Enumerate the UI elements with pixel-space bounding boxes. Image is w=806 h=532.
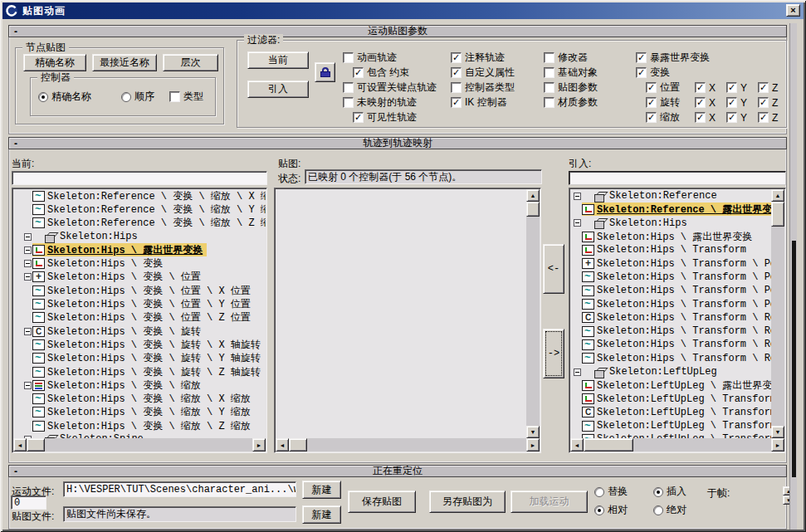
hierarchy-button[interactable]: 层次	[163, 54, 218, 71]
rollout-motion-map-params-header[interactable]: - 运动贴图参数	[8, 25, 787, 37]
radio-absolute[interactable]: 绝对	[653, 505, 686, 515]
filter-checkbox[interactable]: 动画轨迹	[343, 52, 437, 63]
track-row[interactable]: Skeleton:Reference \ 变换 \ 缩放 \ Z 缩放	[13, 217, 266, 230]
checkbox-icon[interactable]	[544, 97, 554, 108]
filter-checkbox[interactable]: ✓旋转	[646, 97, 695, 108]
filter-checkbox[interactable]: 贴图参数	[544, 82, 598, 93]
filter-checkbox[interactable]: 材质参数	[544, 97, 598, 108]
checkbox-icon[interactable]: ✓	[726, 82, 737, 93]
scroll-right-button[interactable]: ►	[526, 438, 540, 451]
track-row[interactable]: Skeleton:Hips \ Transform \ Rotation	[570, 352, 771, 365]
filter-checkbox[interactable]: ✓自定义属性	[451, 67, 515, 78]
rollout-retargeting-header[interactable]: - 正在重定位	[8, 465, 787, 477]
checkbox-icon[interactable]: ✓	[451, 67, 462, 78]
scroll-right-button[interactable]: ►	[771, 438, 784, 451]
collapse-minus-icon[interactable]	[24, 328, 32, 335]
frame-field[interactable]: 0	[11, 495, 46, 510]
h-scrollbar[interactable]: ◄ ►	[13, 438, 266, 451]
filter-checkbox[interactable]: ✓包含 约束	[353, 67, 437, 78]
filter-checkbox[interactable]: ✓IK 控制器	[451, 97, 515, 108]
track-row[interactable]: Skeleton:Hips \ 变换 \ 缩放 \ X 缩放	[13, 392, 266, 405]
save-map-as-button[interactable]: 另存贴图为	[429, 491, 506, 513]
radio-icon[interactable]	[653, 505, 663, 515]
import-track-list[interactable]: Skeleton:ReferenceSkeleton:Reference \ 露…	[569, 188, 786, 453]
scroll-track[interactable]	[45, 438, 252, 451]
track-row[interactable]: Skeleton:Hips	[13, 230, 266, 243]
scroll-up-button[interactable]: ▲	[526, 189, 540, 202]
checkbox-icon[interactable]: ✓	[758, 97, 769, 108]
track-row[interactable]: Skeleton:Hips \ 变换 \ 位置 \ X 位置	[13, 284, 266, 297]
collapse-minus-icon[interactable]: -	[9, 466, 22, 476]
track-row[interactable]: Skeleton:Reference	[570, 189, 771, 203]
track-row[interactable]: Skeleton:Hips	[570, 217, 771, 230]
import-combo[interactable]	[569, 171, 786, 185]
checkbox-icon[interactable]	[544, 52, 554, 63]
checkbox-icon[interactable]: ✓	[758, 82, 769, 93]
h-scrollbar[interactable]: ◄ ►	[570, 438, 784, 451]
scroll-thumb[interactable]	[584, 438, 633, 451]
checkbox-type[interactable]: 类型	[169, 91, 203, 102]
checkbox-icon[interactable]	[343, 52, 354, 63]
filter-checkbox[interactable]: ✓X	[695, 82, 726, 93]
exact-name-button[interactable]: 精确名称	[23, 54, 86, 71]
filter-checkbox[interactable]: 可设置关键点轨迹	[343, 82, 437, 93]
scroll-left-button[interactable]: ◄	[13, 438, 27, 451]
track-row[interactable]: Skeleton:LeftUpLeg \ 露出世界变换	[570, 378, 771, 392]
current-to-map-button[interactable]: ->	[543, 329, 564, 378]
checkbox-icon[interactable]: ✓	[726, 97, 737, 108]
checkbox-icon[interactable]	[544, 82, 554, 93]
filter-checkbox[interactable]: ✓可见性轨迹	[353, 112, 437, 123]
filter-checkbox[interactable]: ✓注释轨迹	[451, 52, 515, 63]
filter-checkbox[interactable]: ✓X	[695, 112, 726, 123]
checkbox-icon[interactable]	[451, 82, 462, 93]
checkbox-icon[interactable]: ✓	[636, 67, 647, 78]
checkbox-icon[interactable]: ✓	[646, 97, 657, 108]
scroll-track[interactable]	[307, 438, 526, 451]
track-row[interactable]: Skeleton:Reference \ 变换 \ 缩放 \ X 缩放	[13, 189, 266, 203]
collapse-minus-icon[interactable]	[574, 368, 581, 376]
closest-name-button[interactable]: 最接近名称	[92, 54, 157, 71]
collapse-minus-icon[interactable]: -	[9, 139, 22, 149]
track-row[interactable]: Skeleton:LeftUpLeg	[570, 365, 771, 378]
scroll-left-button[interactable]: ◄	[276, 438, 289, 451]
track-row[interactable]: Skeleton:Hips \ 变换 \ 旋转 \ Z 轴旋转	[13, 365, 266, 378]
track-row[interactable]: Skeleton:Hips \ 变换 \ 位置 \ Y 位置	[13, 297, 266, 310]
checkbox-icon[interactable]: ✓	[758, 112, 769, 123]
track-row[interactable]: Skeleton:Hips \ 露出世界变换	[570, 230, 771, 243]
scroll-up-button[interactable]: ▲	[771, 189, 784, 202]
checkbox-icon[interactable]: ✓	[451, 97, 462, 108]
track-row[interactable]: Skeleton:Hips \ Transform	[570, 243, 771, 256]
filter-checkbox[interactable]: ✓Z	[758, 97, 789, 108]
track-row[interactable]: Skeleton:Hips \ 变换 \ 位置 \ Z 位置	[13, 311, 266, 325]
scroll-track[interactable]	[526, 217, 540, 426]
lock-button[interactable]	[315, 62, 335, 82]
track-row[interactable]: Skeleton:Hips \ 变换 \ 旋转 \ Y 轴旋转	[13, 352, 266, 365]
scroll-down-button[interactable]: ▼	[771, 426, 784, 438]
collapse-minus-icon[interactable]	[24, 273, 32, 281]
checkbox-icon[interactable]: ✓	[695, 82, 706, 93]
track-row[interactable]: Skeleton:Hips \ 变换 \ 旋转	[13, 325, 266, 338]
checkbox-icon[interactable]: ✓	[353, 67, 364, 78]
track-row[interactable]: Skeleton:LeftUpLeg \ Transform	[570, 392, 771, 405]
radio-icon[interactable]	[38, 92, 48, 102]
track-row[interactable]: Skeleton:Hips \ Transform \ Position	[570, 297, 771, 310]
filter-checkbox[interactable]: ✓Y	[726, 97, 758, 108]
radio-replace[interactable]: 替换	[594, 486, 628, 497]
filter-checkbox[interactable]: ✓暴露世界变换	[636, 52, 710, 63]
filter-checkbox[interactable]: ✓变换	[636, 67, 710, 78]
map-file-new-button[interactable]: 新建	[302, 505, 341, 524]
map-track-list[interactable]: ▲ ▼ ◄ ►	[274, 188, 541, 453]
radio-insert[interactable]: 插入	[653, 486, 686, 497]
checkbox-icon[interactable]: ✓	[451, 52, 462, 63]
track-row[interactable]: Skeleton:Hips \ 露出世界变换	[13, 243, 266, 256]
map-file-field[interactable]: 贴图文件尚未保存。	[63, 506, 296, 522]
checkbox-icon[interactable]: ✓	[636, 52, 647, 63]
current-track-list[interactable]: Skeleton:Reference \ 变换 \ 缩放 \ X 缩放Skele…	[12, 188, 267, 453]
track-row[interactable]: Skeleton:Hips \ Transform \ Position	[570, 271, 771, 284]
filter-checkbox[interactable]: 未映射的轨迹	[343, 97, 437, 108]
panel-scrollbar[interactable]	[789, 23, 797, 530]
close-icon[interactable]: ×	[786, 4, 800, 17]
track-row[interactable]: Skeleton:Hips \ 变换 \ 缩放 \ Z 缩放	[13, 419, 266, 432]
track-row[interactable]: Skeleton:Hips \ 变换	[13, 256, 266, 270]
filter-checkbox[interactable]: 修改器	[544, 52, 598, 63]
